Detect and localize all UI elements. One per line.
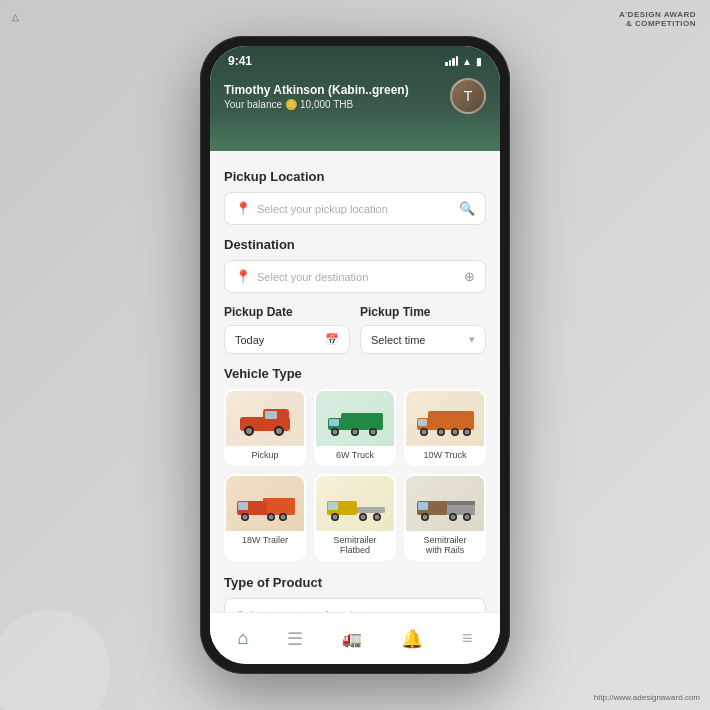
pickup-time-placeholder: Select time [371, 334, 425, 346]
svg-rect-18 [418, 419, 427, 426]
pickup-date-label: Pickup Date [224, 305, 350, 319]
phone-screen: 9:41 ▲ ▮ Timothy [210, 46, 500, 664]
svg-point-22 [438, 429, 443, 434]
svg-point-6 [276, 428, 282, 434]
location-target-icon[interactable]: ⊕ [464, 269, 475, 284]
nav-item-list[interactable]: ☰ [279, 624, 311, 654]
list-icon: ☰ [287, 628, 303, 650]
svg-point-15 [370, 429, 375, 434]
pickup-location-input[interactable]: 📍 Select your pickup location 🔍 [224, 192, 486, 225]
signal-bar-3 [452, 58, 455, 66]
signal-bar-4 [456, 56, 459, 66]
vehicle-image-semitrailer-rails [406, 476, 484, 531]
svg-point-33 [268, 514, 273, 519]
pickup-date-input[interactable]: Today 📅 [224, 325, 350, 354]
semitrailer-rails-svg [413, 483, 478, 525]
svg-point-35 [280, 514, 285, 519]
pickup-time-input[interactable]: Select time ▾ [360, 325, 486, 354]
calendar-icon: 📅 [325, 333, 339, 346]
header-area: 9:41 ▲ ▮ Timothy [210, 46, 500, 151]
bell-icon: 🔔 [401, 628, 423, 650]
nav-item-bell[interactable]: 🔔 [393, 624, 431, 654]
vehicle-card-6w-truck[interactable]: 6W Truck [314, 389, 396, 466]
vehicle-card-pickup[interactable]: Pickup [224, 389, 306, 466]
svg-rect-9 [329, 419, 339, 426]
watermark-top-left: △ [12, 12, 20, 22]
destination-label: Destination [224, 237, 486, 252]
svg-point-50 [422, 514, 427, 519]
vehicle-card-10w-truck[interactable]: 10W Truck [404, 389, 486, 466]
svg-rect-38 [328, 502, 338, 510]
vehicle-label-18w-trailer: 18W Trailer [226, 531, 304, 549]
svg-point-13 [352, 429, 357, 434]
10w-truck-svg [413, 398, 478, 440]
pickup-time-box: Pickup Time Select time ▾ [360, 305, 486, 354]
nav-item-truck[interactable]: 🚛 [334, 625, 370, 652]
pickup-truck-svg [235, 399, 295, 439]
svg-rect-16 [428, 411, 474, 430]
vehicle-type-grid: Pickup [224, 389, 486, 561]
pickup-time-label: Pickup Time [360, 305, 486, 319]
pickup-date-box: Pickup Date Today 📅 [224, 305, 350, 354]
nav-item-home[interactable]: ⌂ [229, 624, 256, 653]
bottom-nav: ⌂ ☰ 🚛 🔔 ≡ [210, 612, 500, 664]
svg-point-4 [246, 428, 252, 434]
svg-point-26 [464, 429, 469, 434]
nav-item-menu[interactable]: ≡ [454, 624, 481, 653]
pickup-pin-icon: 📍 [235, 201, 251, 216]
svg-point-52 [450, 514, 455, 519]
page-wrapper: △ A'DESIGN AWARD & COMPETITION http://ww… [0, 0, 710, 710]
svg-point-20 [421, 429, 426, 434]
svg-rect-7 [341, 413, 383, 430]
pickup-date-value: Today [235, 334, 264, 346]
vehicle-image-10w-truck [406, 391, 484, 446]
svg-rect-2 [265, 411, 277, 419]
watermark-bottom-right: http://www.adesignaward.com [594, 693, 700, 702]
svg-point-11 [332, 429, 337, 434]
svg-point-42 [360, 514, 365, 519]
svg-rect-27 [263, 498, 295, 515]
status-bar: 9:41 ▲ ▮ [210, 46, 500, 70]
search-icon[interactable]: 🔍 [459, 201, 475, 216]
svg-point-24 [452, 429, 457, 434]
menu-icon: ≡ [462, 628, 473, 649]
decorative-blob [0, 610, 110, 710]
chevron-down-icon: ▾ [469, 333, 475, 346]
vehicle-image-semitrailer-flatbed [316, 476, 394, 531]
svg-rect-29 [238, 502, 248, 510]
semitrailer-flatbed-svg [323, 483, 388, 525]
svg-point-31 [242, 514, 247, 519]
user-name: Timothy Atkinson (Kabin..green) [224, 83, 409, 97]
pickup-location-placeholder: Select your pickup location [257, 203, 453, 215]
coin-icon: 🪙 [285, 99, 297, 110]
avatar: T [450, 78, 486, 114]
signal-bars-icon [445, 56, 458, 66]
truck-icon: 🚛 [342, 629, 362, 648]
date-time-row: Pickup Date Today 📅 Pickup Time Select t… [224, 305, 486, 354]
destination-pin-icon: 📍 [235, 269, 251, 284]
destination-input[interactable]: 📍 Select your destination ⊕ [224, 260, 486, 293]
wifi-icon: ▲ [462, 56, 472, 67]
vehicle-type-label: Vehicle Type [224, 366, 486, 381]
vehicle-image-18w-trailer [226, 476, 304, 531]
vehicle-label-semitrailer-flatbed: Semitrailer Flatbed [316, 531, 394, 559]
svg-point-40 [332, 514, 337, 519]
vehicle-image-pickup [226, 391, 304, 446]
vehicle-card-semitrailer-rails[interactable]: Semitrailer with Rails [404, 474, 486, 561]
vehicle-label-semitrailer-rails: Semitrailer with Rails [406, 531, 484, 559]
watermark-top-right: A'DESIGN AWARD & COMPETITION [619, 10, 696, 28]
vehicle-label-10w-truck: 10W Truck [406, 446, 484, 464]
user-info: Timothy Atkinson (Kabin..green) Your bal… [210, 70, 500, 124]
status-icons: ▲ ▮ [445, 56, 482, 67]
svg-point-54 [464, 514, 469, 519]
vehicle-image-6w-truck [316, 391, 394, 446]
main-content[interactable]: Pickup Location 📍 Select your pickup loc… [210, 151, 500, 664]
vehicle-card-semitrailer-flatbed[interactable]: Semitrailer Flatbed [314, 474, 396, 561]
signal-bar-1 [445, 62, 448, 66]
18w-trailer-svg [233, 483, 298, 525]
svg-rect-48 [418, 502, 428, 510]
vehicle-card-18w-trailer[interactable]: 18W Trailer [224, 474, 306, 561]
pickup-location-label: Pickup Location [224, 169, 486, 184]
vehicle-label-pickup: Pickup [226, 446, 304, 464]
svg-point-44 [374, 514, 379, 519]
